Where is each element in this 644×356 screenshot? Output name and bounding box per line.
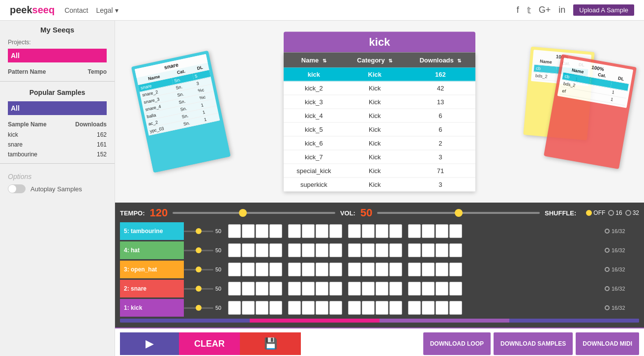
pad-button[interactable] [436, 243, 448, 257]
pad-button[interactable] [348, 263, 361, 276]
pad-button[interactable] [329, 282, 342, 296]
modal-row[interactable]: kickKick162 [284, 68, 475, 82]
pad-button[interactable] [329, 263, 342, 276]
popular-all-button[interactable]: All [8, 101, 107, 115]
pad-button[interactable] [228, 224, 241, 238]
pad-button[interactable] [256, 263, 268, 276]
pad-button[interactable] [269, 282, 282, 296]
pad-button[interactable] [422, 282, 435, 296]
projects-all-button[interactable]: All [8, 49, 107, 62]
pad-button[interactable] [329, 224, 342, 238]
track-vol-slider[interactable] [184, 250, 213, 251]
pad-button[interactable] [316, 282, 328, 296]
pad-button[interactable] [316, 263, 328, 276]
pad-button[interactable] [288, 243, 301, 257]
pad-button[interactable] [256, 282, 268, 296]
track-label[interactable]: 1: kick [120, 299, 184, 317]
track-vol-slider[interactable] [184, 307, 213, 309]
modal-row[interactable]: kick_3Kick13 [284, 95, 475, 109]
popular-sample-row[interactable]: kick162 [0, 130, 115, 140]
track-radio[interactable] [605, 248, 610, 253]
pad-button[interactable] [302, 301, 315, 315]
pad-button[interactable] [449, 282, 462, 296]
upload-sample-button[interactable]: Upload A Sample [573, 4, 634, 16]
pad-button[interactable] [302, 282, 315, 296]
pad-button[interactable] [348, 224, 361, 238]
play-button[interactable]: ▶ [120, 332, 179, 355]
pad-button[interactable] [242, 301, 255, 315]
pad-button[interactable] [422, 301, 435, 315]
pad-button[interactable] [288, 301, 301, 315]
pad-button[interactable] [389, 224, 402, 238]
vol-slider[interactable] [377, 212, 540, 214]
pad-button[interactable] [376, 224, 388, 238]
pad-button[interactable] [269, 263, 282, 276]
modal-row[interactable]: kick_2Kick42 [284, 81, 475, 95]
pad-button[interactable] [389, 243, 402, 257]
pad-button[interactable] [408, 301, 421, 315]
pad-button[interactable] [449, 301, 462, 315]
nav-legal[interactable]: Legal [96, 6, 118, 14]
pad-button[interactable] [228, 263, 241, 276]
modal-row[interactable]: kick_6Kick2 [284, 136, 475, 150]
pad-button[interactable] [329, 301, 342, 315]
download-midi-button[interactable]: DOWNLOAD MIDI [576, 332, 639, 355]
track-radio[interactable] [605, 229, 610, 234]
download-samples-button[interactable]: DOWNLOAD SAMPLES [494, 332, 573, 355]
autoplay-toggle[interactable] [8, 184, 26, 193]
modal-row[interactable]: kick_5Kick6 [284, 122, 475, 136]
pad-button[interactable] [269, 301, 282, 315]
pad-button[interactable] [256, 224, 268, 238]
pad-button[interactable] [316, 224, 328, 238]
pad-button[interactable] [436, 263, 448, 276]
track-radio[interactable] [605, 305, 610, 310]
pad-button[interactable] [408, 224, 421, 238]
pad-button[interactable] [449, 243, 462, 257]
pad-button[interactable] [436, 282, 448, 296]
tempo-slider[interactable] [173, 212, 335, 214]
pad-button[interactable] [302, 243, 315, 257]
popular-sample-row[interactable]: tambourine152 [0, 149, 115, 159]
pad-button[interactable] [362, 224, 375, 238]
shuffle-16[interactable]: 16 [608, 209, 622, 216]
track-label[interactable]: 3: open_hat [120, 261, 184, 278]
pad-button[interactable] [316, 243, 328, 257]
popular-sample-row[interactable]: snare161 [0, 140, 115, 149]
modal-row[interactable]: special_kickKick71 [284, 164, 475, 178]
pad-button[interactable] [269, 243, 282, 257]
track-vol-slider[interactable] [184, 288, 213, 290]
track-vol-slider[interactable] [184, 231, 213, 232]
pad-button[interactable] [228, 282, 241, 296]
save-button[interactable]: 💾 [240, 332, 301, 355]
modal-row[interactable]: kick_7Kick3 [284, 150, 475, 164]
pad-button[interactable] [242, 243, 255, 257]
nav-contact[interactable]: Contact [64, 6, 88, 14]
pad-button[interactable] [389, 301, 402, 315]
pad-button[interactable] [376, 301, 388, 315]
shuffle-off[interactable]: OFF [586, 209, 605, 216]
pad-button[interactable] [376, 243, 388, 257]
modal-table[interactable]: Name ⇅ Category ⇅ Downloads ⇅ kickKick16… [284, 53, 475, 192]
pad-button[interactable] [242, 282, 255, 296]
pad-button[interactable] [376, 263, 388, 276]
pad-button[interactable] [256, 301, 268, 315]
pad-button[interactable] [228, 301, 241, 315]
track-label[interactable]: 4: hat [120, 241, 184, 259]
googleplus-icon[interactable]: G+ [539, 5, 551, 15]
pad-button[interactable] [316, 301, 328, 315]
pad-button[interactable] [242, 263, 255, 276]
pad-button[interactable] [436, 224, 448, 238]
pad-button[interactable] [422, 224, 435, 238]
pad-button[interactable] [288, 282, 301, 296]
track-label[interactable]: 2: snare [120, 280, 184, 297]
pad-button[interactable] [449, 224, 462, 238]
pad-button[interactable] [329, 243, 342, 257]
pad-button[interactable] [408, 282, 421, 296]
track-label[interactable]: 5: tambourine [120, 222, 184, 240]
left-card[interactable]: snare NameCat.DL snareSn.5 snare_2Sn.3 s… [131, 51, 231, 173]
pad-button[interactable] [389, 282, 402, 296]
modal-row[interactable]: kick_4Kick6 [284, 109, 475, 122]
facebook-icon[interactable]: f [517, 5, 519, 15]
pad-button[interactable] [362, 301, 375, 315]
pad-button[interactable] [362, 263, 375, 276]
